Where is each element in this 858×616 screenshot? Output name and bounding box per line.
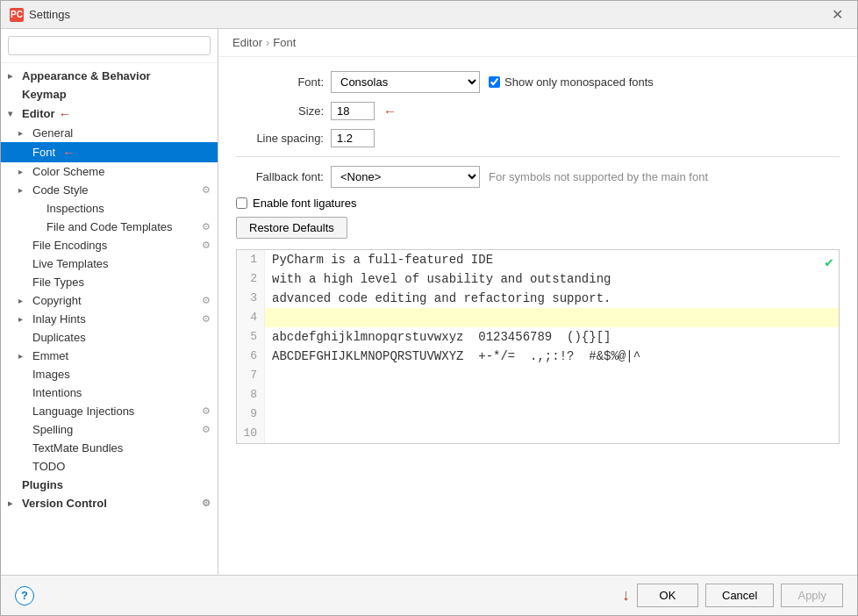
preview-box: ✔ 1 PyCharm is a full-featured IDE 2 wit… [236, 249, 840, 444]
line-content [265, 405, 839, 424]
cancel-button[interactable]: Cancel [705, 584, 774, 607]
sidebar-item-inspections[interactable]: Inspections [1, 199, 218, 218]
help-button[interactable]: ? [15, 586, 34, 605]
breadcrumb-editor: Editor [232, 36, 262, 49]
line-number: 9 [237, 405, 265, 424]
gear-icon: ⚙ [202, 240, 211, 251]
preview-line-9: 9 [237, 405, 839, 424]
apply-button[interactable]: Apply [781, 584, 843, 607]
show-monospaced-label[interactable]: Show only monospaced fonts [489, 75, 654, 89]
line-number: 3 [237, 289, 265, 308]
line-content [265, 385, 839, 405]
size-label: Size: [236, 104, 324, 118]
sidebar-item-language-injections[interactable]: Language Injections ⚙ [1, 402, 218, 420]
sidebar-item-file-code-templates[interactable]: File and Code Templates ⚙ [1, 218, 218, 236]
preview-line-3: 3 advanced code editing and refactoring … [237, 289, 839, 308]
sidebar-label: Font [32, 146, 55, 159]
sidebar-item-spelling[interactable]: Spelling ⚙ [1, 420, 218, 439]
font-select[interactable]: Consolas [331, 71, 480, 93]
sidebar-item-images[interactable]: Images [1, 365, 218, 383]
title-bar: PC Settings ✕ [1, 1, 857, 29]
preview-line-7: 7 [237, 366, 839, 385]
restore-defaults-button[interactable]: Restore Defaults [236, 217, 347, 239]
sidebar-label: Inlay Hints [32, 312, 86, 326]
sidebar-item-code-style[interactable]: Code Style ⚙ [1, 181, 218, 199]
window-title: Settings [29, 8, 70, 21]
sidebar-label: Inspections [46, 202, 104, 215]
sidebar-item-copyright[interactable]: Copyright ⚙ [1, 291, 218, 310]
line-number: 2 [237, 269, 265, 289]
size-input[interactable] [331, 102, 375, 120]
app-icon: PC [10, 8, 24, 22]
enable-ligatures-checkbox[interactable] [236, 197, 247, 209]
panel-body: Font: Consolas Show only monospaced font… [218, 57, 857, 575]
gear-icon: ⚙ [202, 184, 211, 196]
line-spacing-label: Line spacing: [236, 132, 324, 145]
sidebar-item-keymap[interactable]: Keymap [1, 85, 218, 104]
sidebar-item-editor[interactable]: Editor ← [1, 104, 218, 124]
sidebar-tree: Appearance & Behavior Keymap Editor ← Ge… [1, 63, 218, 575]
line-number: 4 [237, 308, 265, 327]
sidebar-item-duplicates[interactable]: Duplicates [1, 328, 218, 347]
arrow-icon [18, 296, 29, 305]
sidebar-label: Keymap [22, 88, 67, 101]
footer: ? ↓ OK Cancel Apply [1, 575, 857, 615]
preview-line-6: 6 ABCDEFGHIJKLMNOPQRSTUVWXYZ +-*/= .,;:!… [237, 347, 839, 366]
preview-line-5: 5 abcdefghijklmnopqrstuvwxyz 0123456789 … [237, 327, 839, 347]
line-content [265, 366, 839, 385]
line-spacing-row: Line spacing: [236, 129, 840, 147]
sidebar-item-inlay-hints[interactable]: Inlay Hints ⚙ [1, 310, 218, 328]
sidebar-label: General [32, 126, 73, 140]
sidebar-label: Color Scheme [32, 165, 104, 178]
sidebar-label: Version Control [22, 497, 107, 510]
size-arrow-hint: ← [383, 104, 397, 118]
fallback-font-select[interactable]: <None> [331, 166, 480, 188]
line-content: PyCharm is a full-featured IDE [265, 250, 839, 269]
fallback-font-control-group: <None> For symbols not supported by the … [331, 166, 708, 188]
arrow-icon [18, 351, 29, 361]
sidebar-item-plugins[interactable]: Plugins [1, 476, 218, 494]
breadcrumb: Editor › Font [218, 29, 857, 57]
sidebar-label: File Types [32, 276, 84, 289]
sidebar-item-font[interactable]: Font ← [1, 142, 218, 162]
sidebar-item-file-types[interactable]: File Types [1, 273, 218, 291]
show-monospaced-text: Show only monospaced fonts [504, 75, 654, 89]
line-number: 7 [237, 366, 265, 385]
sidebar-item-textmate-bundles[interactable]: TextMate Bundles [1, 439, 218, 457]
sidebar-item-intentions[interactable]: Intentions [1, 383, 218, 402]
ok-arrow-hint: ↓ [622, 586, 630, 605]
line-number: 6 [237, 347, 265, 366]
line-content: ABCDEFGHIJKLMNOPQRSTUVWXYZ +-*/= .,;:!? … [265, 347, 839, 366]
size-control-group: ← [331, 102, 397, 120]
footer-right: ↓ OK Cancel Apply [622, 584, 843, 607]
sidebar-label: File Encodings [32, 239, 107, 252]
sidebar-label: Live Templates [32, 257, 108, 270]
close-button[interactable]: ✕ [826, 4, 848, 25]
gear-icon: ⚙ [202, 221, 211, 233]
sidebar-label: TextMate Bundles [32, 441, 123, 455]
show-monospaced-checkbox[interactable] [489, 76, 500, 88]
sidebar-item-color-scheme[interactable]: Color Scheme [1, 162, 218, 181]
breadcrumb-separator: › [266, 36, 269, 49]
gear-icon: ⚙ [202, 405, 211, 417]
fallback-font-label: Fallback font: [236, 170, 324, 183]
breadcrumb-font: Font [273, 36, 296, 49]
arrow-icon [8, 498, 18, 508]
line-spacing-input[interactable] [331, 129, 375, 147]
sidebar-item-appearance[interactable]: Appearance & Behavior [1, 67, 218, 85]
line-content: abcdefghijklmnopqrstuvwxyz 0123456789 ()… [265, 327, 839, 347]
sidebar-item-version-control[interactable]: Version Control ⚙ [1, 494, 218, 512]
sidebar-item-live-templates[interactable]: Live Templates [1, 254, 218, 273]
sidebar-label: TODO [32, 460, 65, 473]
sidebar-item-general[interactable]: General [1, 124, 218, 142]
sidebar-item-emmet[interactable]: Emmet [1, 347, 218, 365]
sidebar-item-file-encodings[interactable]: File Encodings ⚙ [1, 236, 218, 254]
main-panel: Editor › Font Font: Consolas Show only m… [218, 29, 857, 575]
sidebar-item-todo[interactable]: TODO [1, 457, 218, 476]
arrow-icon [18, 167, 29, 176]
search-input[interactable] [8, 36, 211, 55]
footer-left: ? [15, 586, 34, 605]
font-row: Font: Consolas Show only monospaced font… [236, 71, 840, 93]
ok-button[interactable]: OK [637, 584, 698, 607]
sidebar: Appearance & Behavior Keymap Editor ← Ge… [1, 29, 218, 575]
